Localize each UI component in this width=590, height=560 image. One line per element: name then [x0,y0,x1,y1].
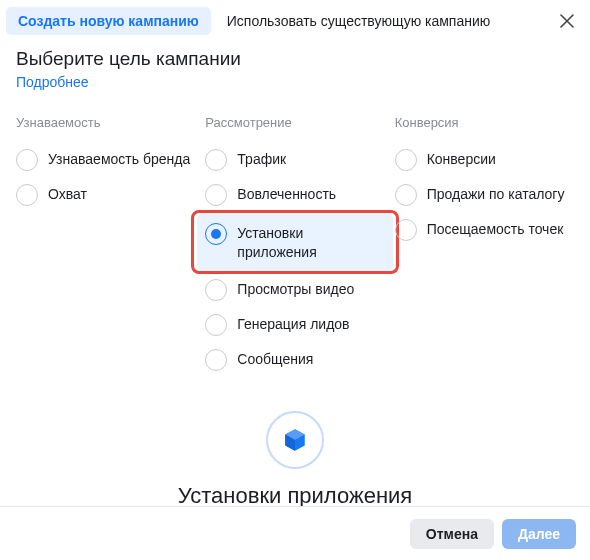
objective-video-views[interactable]: Просмотры видео [205,272,384,307]
objective-brand-awareness[interactable]: Узнаваемость бренда [16,142,195,177]
page-title: Выберите цель кампании [16,48,574,70]
learn-more-link[interactable]: Подробнее [16,74,89,90]
objective-label: Узнаваемость бренда [48,148,190,169]
column-header-consideration: Рассмотрение [205,115,384,130]
objective-lead-generation[interactable]: Генерация лидов [205,307,384,342]
column-consideration: Рассмотрение Трафик Вовлеченность Устано… [205,115,384,377]
objective-label: Генерация лидов [237,313,349,334]
objective-label: Установки приложения [237,222,384,262]
radio-icon [16,149,38,171]
radio-icon [205,149,227,171]
radio-icon [395,184,417,206]
radio-icon [395,149,417,171]
radio-icon [395,219,417,241]
tab-create-new[interactable]: Создать новую кампанию [6,7,211,35]
column-conversion: Конверсия Конверсии Продажи по каталогу … [395,115,574,377]
objective-label: Продажи по каталогу [427,183,565,204]
objective-label: Охват [48,183,87,204]
radio-icon-selected [205,223,227,245]
objective-label: Вовлеченность [237,183,336,204]
detail-title: Установки приложения [16,483,574,506]
tab-use-existing[interactable]: Использовать существующую кампанию [215,7,503,35]
objective-engagement[interactable]: Вовлеченность [205,177,384,212]
objective-traffic[interactable]: Трафик [205,142,384,177]
objective-label: Посещаемость точек [427,218,564,239]
objective-label: Сообщения [237,348,313,369]
objective-store-traffic[interactable]: Посещаемость точек [395,212,574,247]
column-awareness: Узнаваемость Узнаваемость бренда Охват [16,115,195,377]
objective-label: Просмотры видео [237,278,354,299]
cancel-button[interactable]: Отмена [410,519,494,549]
objective-reach[interactable]: Охват [16,177,195,212]
objective-app-installs[interactable]: Установки приложения [197,212,392,272]
radio-icon [205,184,227,206]
objective-label: Конверсии [427,148,496,169]
radio-icon [205,314,227,336]
objective-messages[interactable]: Сообщения [205,342,384,377]
radio-icon [16,184,38,206]
radio-icon [205,279,227,301]
radio-icon [205,349,227,371]
close-icon[interactable] [552,6,582,36]
next-button[interactable]: Далее [502,519,576,549]
objective-label: Трафик [237,148,286,169]
column-header-awareness: Узнаваемость [16,115,195,130]
objective-catalog-sales[interactable]: Продажи по каталогу [395,177,574,212]
objective-conversions[interactable]: Конверсии [395,142,574,177]
cube-icon [266,411,324,469]
column-header-conversion: Конверсия [395,115,574,130]
